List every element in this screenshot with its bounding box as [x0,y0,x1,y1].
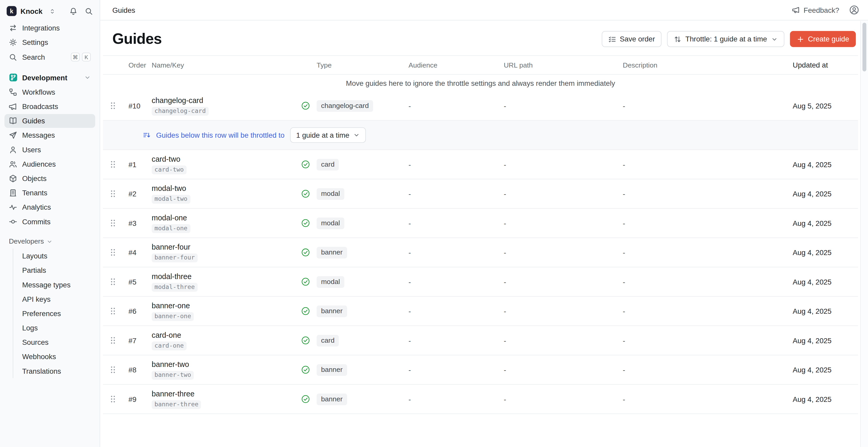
guide-row[interactable]: #6 banner-one banner-one banner - - - Au… [103,297,858,326]
notifications-button[interactable] [69,7,78,15]
guide-description: - [619,336,788,345]
page-actions: Save order Throttle: 1 guide at a time C… [601,31,856,47]
guide-row[interactable]: #4 banner-four banner-four banner - - - … [103,238,858,267]
guide-type-badge: modal [317,188,344,200]
create-guide-button[interactable]: Create guide [790,31,856,47]
guide-row[interactable]: #9 banner-three banner-three banner - - … [103,385,858,414]
sidebar-item[interactable]: Users [4,143,95,157]
guide-updated-at: Aug 4, 2025 [788,336,858,345]
sidebar-item-label: Objects [22,174,47,183]
guide-type-badge: banner [317,247,347,258]
guide-order: #4 [125,248,148,257]
sidebar-subitem[interactable]: Partials [13,263,95,277]
guide-order: #9 [125,395,148,403]
sidebar-item[interactable]: Workflows [4,85,95,99]
chevron-down-icon [47,238,53,244]
drag-handle-icon[interactable] [108,160,117,169]
throttle-button[interactable]: Throttle: 1 guide at a time [667,31,784,47]
guide-key: banner-three [152,400,202,409]
throttle-amount-value: 1 guide at a time [296,131,349,139]
scrollbar[interactable] [860,21,868,447]
sidebar-item-settings[interactable]: Settings [4,35,95,49]
sidebar-subitem[interactable]: Sources [13,335,95,349]
drag-handle-icon[interactable] [108,248,117,257]
save-order-button[interactable]: Save order [601,31,661,47]
sidebar-item-search[interactable]: Search ⌘ K [4,50,95,64]
sidebar-item[interactable]: Objects [4,171,95,185]
guide-row[interactable]: #5 modal-three modal-three modal - - - A… [103,267,858,296]
guide-row[interactable]: #8 banner-two banner-two banner - - - Au… [103,355,858,385]
sidebar-subitem[interactable]: Logs [13,321,95,335]
drag-handle-icon[interactable] [108,365,117,374]
sidebar-subitem[interactable]: Layouts [13,249,95,263]
sidebar-subitem-label: Preferences [22,309,61,317]
sidebar-subitem[interactable]: Preferences [13,306,95,321]
guide-audience: - [405,395,500,403]
feedback-button[interactable]: Feedback? [792,6,839,14]
broadcasts-icon [9,102,17,111]
check-circle-icon [301,365,310,374]
check-circle-icon [301,101,310,110]
sort-icon [143,131,151,139]
plus-icon [796,35,804,43]
sidebar-item[interactable]: Commits [4,215,95,229]
audiences-icon [9,160,17,168]
sidebar-item[interactable]: Tenants [4,186,95,200]
check-circle-icon [301,248,310,257]
environment-switcher[interactable]: Development [4,70,95,85]
environment-label: Development [22,73,67,82]
guide-row[interactable]: #7 card-one card-one card - - - Aug 4, 2… [103,326,858,355]
sidebar-item[interactable]: Guides [4,114,95,128]
sidebar-item[interactable]: Audiences [4,157,95,171]
sidebar-subitem[interactable]: Message types [13,277,95,292]
check-circle-icon [301,189,310,198]
guide-order: #7 [125,336,148,345]
drag-handle-icon[interactable] [108,394,117,404]
messages-icon [9,131,17,139]
drag-handle-icon[interactable] [108,307,117,316]
drag-handle-icon[interactable] [108,101,117,110]
developers-section-toggle[interactable]: Developers [4,235,95,248]
check-circle-icon [301,307,310,316]
sidebar-item-label: Users [22,146,41,154]
integrations-icon [9,24,17,32]
check-circle-icon [301,160,310,169]
sidebar-item[interactable]: Messages [4,128,95,142]
sidebar-item-label: Broadcasts [22,102,58,111]
workspace-switcher[interactable]: k Knock [6,6,55,16]
analytics-icon [9,203,17,212]
guide-audience: - [405,248,500,257]
sidebar-item-label: Commits [22,218,51,226]
sidebar-subitem[interactable]: Translations [13,363,95,378]
sidebar-item[interactable]: Analytics [4,200,95,214]
sidebar-item[interactable]: Broadcasts [4,100,95,114]
search-button[interactable] [85,7,93,15]
guide-row[interactable]: #2 modal-two modal-two modal - - - Aug 4… [103,180,858,209]
user-menu-button[interactable] [849,5,859,15]
sidebar-item-integrations[interactable]: Integrations [4,21,95,35]
guide-row[interactable]: #3 modal-one modal-one modal - - - Aug 4… [103,209,858,238]
guide-row[interactable]: #10 changelog-card changelog-card change… [103,91,858,121]
guide-row[interactable]: #1 card-two card-two card - - - Aug 4, 2… [103,150,858,179]
guide-audience: - [405,365,500,374]
drag-handle-icon[interactable] [108,277,117,286]
guide-updated-at: Aug 4, 2025 [788,395,858,403]
sidebar-subitem[interactable]: API keys [13,292,95,306]
throttle-divider-label[interactable]: Guides below this row will be throttled … [156,131,284,139]
drag-handle-icon[interactable] [108,336,117,345]
throttle-amount-select[interactable]: 1 guide at a time [290,127,366,142]
sidebar-item-label: Guides [22,117,45,125]
guide-description: - [619,101,788,110]
table-header-row: Order Name/Key Type Audience URL path De… [103,55,858,74]
drag-handle-icon[interactable] [108,219,117,227]
guide-key: banner-two [152,371,194,379]
sidebar-subitem[interactable]: Webhooks [13,349,95,363]
scrollbar-thumb[interactable] [863,23,866,71]
guide-key: banner-four [152,253,198,262]
chevron-down-icon [353,132,360,138]
guide-type-badge: changelog-card [317,100,373,111]
sidebar-item-label: Settings [22,38,48,46]
k-keycap: K [82,53,91,62]
app-window: k Knock Integrations Settings Search ⌘ [0,0,868,447]
drag-handle-icon[interactable] [108,189,117,198]
